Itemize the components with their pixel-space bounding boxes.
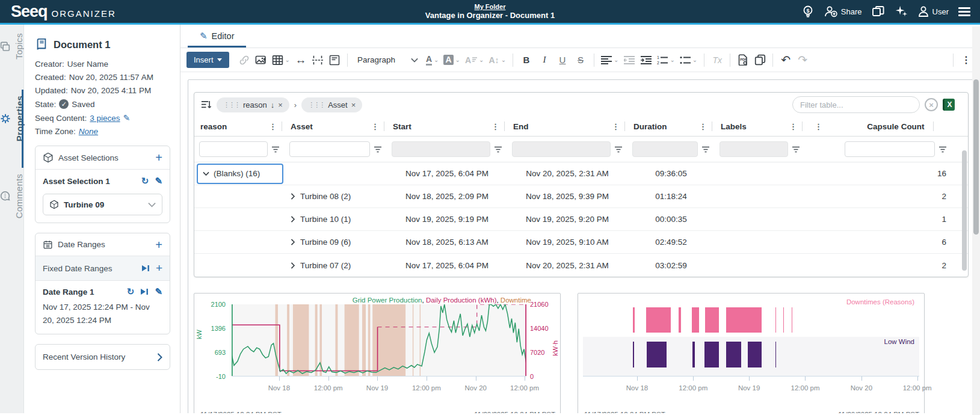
cell-labels[interactable]	[715, 162, 805, 185]
column-header-duration[interactable]: Duration⋮	[627, 117, 715, 137]
table-row-group-cell[interactable]: Turbine 10 (1)	[285, 208, 387, 231]
column-menu-kebab[interactable]: ⋮	[608, 122, 623, 131]
cell-start[interactable]: Nov 17, 2025, 6:04 PM	[387, 254, 507, 277]
export-excel-icon[interactable]: X	[943, 99, 955, 111]
undo-button[interactable]: ↶	[778, 52, 794, 69]
redo-button[interactable]: ↷	[795, 52, 810, 69]
step-date-range-icon[interactable]	[140, 288, 149, 295]
production-trend-chart[interactable]: Grid Power Production, Daily Production …	[194, 293, 561, 413]
recent-version-history-button[interactable]: Recent Version History	[35, 345, 170, 369]
filter-icon[interactable]	[792, 146, 800, 153]
column-menu-kebab[interactable]: ⋮	[265, 122, 280, 131]
column-header-extra[interactable]: ⋮	[805, 117, 829, 137]
cell-duration[interactable]: 09:36:05	[627, 162, 715, 185]
cell-labels[interactable]	[715, 254, 805, 277]
insert-image-icon[interactable]	[253, 52, 269, 69]
windows-icon[interactable]	[872, 5, 885, 17]
hamburger-menu-icon[interactable]	[958, 7, 970, 16]
refresh-asset-selection-icon[interactable]: ↻	[141, 176, 149, 186]
seeq-content-link[interactable]: 3 pieces	[90, 114, 120, 123]
my-folder-link[interactable]: My Folder	[475, 3, 506, 10]
add-date-range-button[interactable]: +	[155, 241, 162, 249]
cell-end[interactable]: Nov 20, 2025, 2:31 AM	[507, 162, 627, 185]
add-asset-selection-button[interactable]: +	[155, 153, 162, 162]
cell-reason[interactable]	[194, 231, 285, 254]
cell-start[interactable]: Nov 18, 2025, 6:13 AM	[387, 231, 507, 254]
filter-icon[interactable]	[374, 146, 382, 153]
table-row-group-cell[interactable]: (Blanks) (16)	[194, 162, 285, 185]
chevron-right-icon[interactable]	[291, 239, 295, 245]
reason-filter-input[interactable]	[199, 141, 268, 157]
column-header-capsule-count[interactable]: Capsule Count	[829, 117, 968, 137]
cell-capsule-count[interactable]: 16	[829, 162, 968, 185]
indent-button[interactable]	[638, 52, 654, 69]
export-pdf-button[interactable]: PDF	[735, 52, 751, 69]
cell-reason[interactable]	[194, 208, 285, 231]
copy-pages-button[interactable]	[752, 52, 768, 69]
filter-icon[interactable]	[938, 146, 947, 153]
underline-button[interactable]: U	[554, 52, 571, 69]
timezone-link[interactable]: None	[79, 127, 98, 136]
filter-icon[interactable]	[494, 146, 502, 153]
clear-formatting-button[interactable]: Tx	[709, 52, 725, 69]
chevron-down-icon[interactable]	[203, 171, 209, 176]
text-block-icon[interactable]	[327, 52, 342, 69]
remove-group-icon[interactable]: ×	[351, 100, 356, 109]
cell-end[interactable]: Nov 19, 2025, 9:10 AM	[507, 231, 627, 254]
step-date-range-icon[interactable]	[141, 265, 150, 272]
tab-editor[interactable]: ✎ Editor	[188, 26, 246, 48]
column-header-reason[interactable]: reason⋮	[194, 117, 285, 137]
cell-duration[interactable]: 00:00:35	[627, 208, 715, 231]
column-header-start[interactable]: Start⋮	[387, 117, 507, 137]
cell-start[interactable]: Nov 17, 2025, 6:04 PM	[387, 162, 507, 185]
tab-topics[interactable]: Topics	[0, 33, 24, 60]
cell-end[interactable]: Nov 19, 2025, 9:20 PM	[507, 208, 627, 231]
tab-properties[interactable]: Properties	[0, 96, 24, 141]
drag-handle-icon[interactable]: ⋮⋮⋮	[223, 101, 239, 109]
table-row-group-cell[interactable]: Turbine 08 (2)	[285, 185, 387, 208]
cell-start[interactable]: Nov 19, 2025, 9:19 PM	[387, 208, 507, 231]
cell-duration[interactable]: 03:02:59	[627, 254, 715, 277]
cell-labels[interactable]	[715, 185, 805, 208]
remove-group-icon[interactable]: ×	[278, 100, 283, 109]
cell-duration[interactable]: 02:49:52	[627, 231, 715, 254]
usage-lightbulb-icon[interactable]: $	[802, 5, 814, 18]
cell-capsule-count[interactable]: 1	[829, 208, 968, 231]
filter-icon[interactable]	[271, 146, 280, 153]
highlight-color-button[interactable]: A⌄	[442, 52, 462, 69]
page-break-icon[interactable]	[310, 52, 325, 69]
bold-button[interactable]: B	[518, 52, 535, 69]
column-header-asset[interactable]: Asset⋮	[285, 117, 387, 137]
share-button[interactable]: Share	[824, 5, 862, 17]
cell-capsule-count[interactable]: 2	[829, 185, 968, 208]
cell-reason[interactable]	[194, 254, 285, 277]
filter-icon[interactable]	[701, 146, 710, 153]
align-button[interactable]: ⌄	[599, 52, 620, 69]
asset-dropdown[interactable]: Turbine 09	[43, 194, 162, 215]
group-settings-icon[interactable]	[200, 100, 212, 110]
chevron-right-icon[interactable]	[291, 262, 295, 269]
asset-filter-input[interactable]	[289, 141, 370, 157]
page-scrollbar[interactable]	[972, 26, 980, 415]
downtimes-capsule-chart[interactable]: Downtimes (Reasons) Low Wind Nov 1812:00…	[578, 293, 925, 413]
sort-descending-icon[interactable]: ↓	[271, 100, 275, 109]
edit-content-pencil-icon[interactable]: ✎	[123, 113, 131, 123]
cell-duration[interactable]: 01:18:24	[627, 185, 715, 208]
line-height-button[interactable]: A↕⌄	[487, 52, 508, 69]
ai-sparkle-icon[interactable]	[895, 5, 908, 18]
resize-icon[interactable]: ↔	[293, 52, 309, 69]
edit-asset-selection-icon[interactable]: ✎	[155, 176, 162, 186]
cell-reason[interactable]	[194, 185, 285, 208]
capsules-filter-input[interactable]	[845, 141, 935, 157]
column-menu-kebab[interactable]: ⋮	[786, 122, 801, 131]
page-scrollbar-thumb[interactable]	[973, 79, 979, 235]
column-menu-kebab[interactable]: ⋮	[488, 122, 503, 131]
clear-table-icon[interactable]: ×	[925, 98, 938, 111]
cell-start[interactable]: Nov 18, 2025, 2:09 PM	[387, 185, 507, 208]
cell-capsule-count[interactable]: 6	[829, 231, 968, 254]
selected-group-cell[interactable]: (Blanks) (16)	[197, 164, 283, 184]
cell-end[interactable]: Nov 20, 2025, 2:31 AM	[507, 254, 627, 277]
strikethrough-button[interactable]: S	[572, 52, 589, 69]
cell-labels[interactable]	[715, 231, 805, 254]
drag-handle-icon[interactable]: ⋮⋮⋮	[308, 101, 324, 109]
